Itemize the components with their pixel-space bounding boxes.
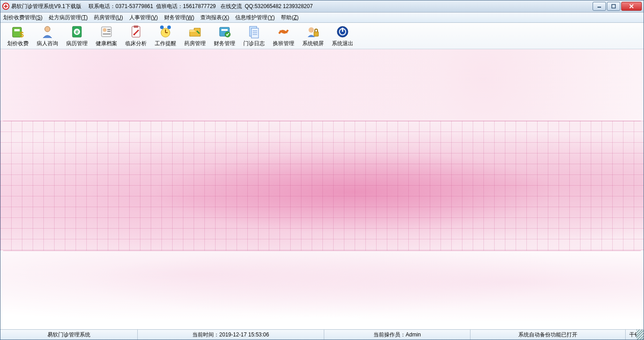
tool-lock[interactable]: 系统锁屏 — [298, 23, 328, 49]
decorative-background — [0, 121, 644, 251]
status-app-name: 易软门诊管理系统 — [0, 330, 138, 340]
svg-point-26 — [167, 26, 171, 29]
decorative-background — [0, 251, 644, 329]
tool-shift[interactable]: 换班管理 — [269, 23, 298, 49]
tool-pharmacy[interactable]: 药房管理 — [180, 23, 210, 49]
content-area — [0, 49, 644, 329]
toolbar: $ 划价收费 病人咨询 e 病历管理 健康档案 临床分析 工作提醒 药房管理 — [0, 23, 644, 49]
log-icon — [247, 25, 261, 39]
tool-label: 病人咨询 — [37, 40, 58, 47]
tool-label: 系统退出 — [332, 40, 353, 47]
svg-rect-16 — [107, 29, 110, 30]
status-user: 当前操作员：Admin — [324, 330, 470, 340]
tool-patient[interactable]: 病人咨询 — [33, 23, 62, 49]
patient-icon — [40, 25, 55, 39]
svg-point-21 — [133, 34, 135, 35]
lock-icon — [306, 25, 320, 39]
svg-rect-28 — [221, 29, 228, 31]
menu-finance[interactable]: 财务管理(W) — [164, 14, 194, 21]
window-controls — [593, 2, 642, 11]
svg-text:e: e — [76, 29, 79, 35]
menu-pricing[interactable]: 划价收费管理(S) — [3, 14, 42, 21]
menu-info[interactable]: 信息维护管理(Y) — [235, 14, 275, 21]
svg-text:$: $ — [20, 31, 24, 38]
svg-rect-31 — [251, 28, 258, 38]
shift-icon — [276, 25, 291, 39]
pharmacy-icon — [188, 25, 202, 39]
app-window: 易软门诊管理系统V9.1下载版 联系电话：0371-53779861 值班电话：… — [0, 0, 644, 340]
menu-hr[interactable]: 人事管理(V) — [129, 14, 158, 21]
svg-rect-2 — [4, 6, 8, 7]
menu-pharmacy[interactable]: 药房管理(U) — [94, 14, 123, 21]
svg-rect-20 — [134, 26, 138, 28]
svg-rect-17 — [107, 31, 110, 32]
record-icon: e — [70, 25, 84, 39]
maximize-button[interactable] — [607, 2, 620, 11]
svg-point-37 — [309, 27, 314, 33]
menu-prescription[interactable]: 处方病历管理(T) — [49, 14, 88, 21]
tool-label: 划价收费 — [7, 40, 29, 47]
tool-label: 药房管理 — [184, 40, 206, 47]
status-tail: 干钱箱;鼠标右 — [626, 330, 636, 340]
status-time: 当前时间：2019-12-17 15:53:06 — [138, 330, 324, 340]
tool-label: 换班管理 — [273, 40, 294, 47]
exit-icon — [335, 25, 350, 39]
divider — [3, 121, 641, 121]
reminder-icon — [158, 25, 173, 39]
tool-label: 财务管理 — [214, 40, 235, 47]
svg-point-15 — [103, 28, 106, 32]
svg-rect-18 — [103, 34, 110, 34]
svg-rect-38 — [314, 32, 318, 36]
health-file-icon — [99, 25, 114, 39]
tool-label: 临床分析 — [125, 40, 147, 47]
status-backup: 系统自动备份功能已打开 — [470, 330, 626, 340]
clinical-icon — [129, 25, 143, 39]
app-icon — [2, 3, 9, 10]
pricing-icon: $ — [11, 25, 25, 39]
tool-health-file[interactable]: 健康档案 — [92, 23, 121, 49]
tool-clinical[interactable]: 临床分析 — [121, 23, 151, 49]
tool-label: 系统锁屏 — [302, 40, 324, 47]
tool-label: 病历管理 — [66, 40, 88, 47]
menu-help[interactable]: 帮助(Z) — [281, 14, 298, 21]
titlebar: 易软门诊管理系统V9.1下载版 联系电话：0371-53779861 值班电话：… — [0, 0, 644, 13]
minimize-button[interactable] — [593, 2, 606, 11]
svg-rect-4 — [612, 4, 615, 8]
svg-rect-8 — [14, 29, 20, 31]
svg-point-25 — [160, 26, 164, 29]
close-button[interactable] — [621, 2, 642, 11]
tool-exit[interactable]: 系统退出 — [328, 23, 357, 49]
tool-reminder[interactable]: 工作提醒 — [151, 23, 180, 49]
tool-label: 工作提醒 — [155, 40, 176, 47]
tool-log[interactable]: 门诊日志 — [239, 23, 269, 49]
resize-grip[interactable] — [636, 330, 644, 340]
tool-label: 门诊日志 — [243, 40, 265, 47]
tool-finance[interactable]: 财务管理 — [210, 23, 239, 49]
tool-pricing[interactable]: $ 划价收费 — [3, 23, 33, 49]
svg-point-10 — [45, 26, 50, 32]
finance-icon — [217, 25, 232, 39]
menu-reports[interactable]: 查询报表(X) — [200, 14, 229, 21]
decorative-background — [0, 49, 644, 121]
menubar: 划价收费管理(S) 处方病历管理(T) 药房管理(U) 人事管理(V) 财务管理… — [0, 13, 644, 23]
statusbar: 易软门诊管理系统 当前时间：2019-12-17 15:53:06 当前操作员：… — [0, 329, 644, 340]
divider — [3, 251, 641, 251]
window-title: 易软门诊管理系统V9.1下载版 联系电话：0371-53779861 值班电话：… — [11, 3, 313, 10]
tool-label: 健康档案 — [96, 40, 117, 47]
tool-record[interactable]: e 病历管理 — [62, 23, 92, 49]
